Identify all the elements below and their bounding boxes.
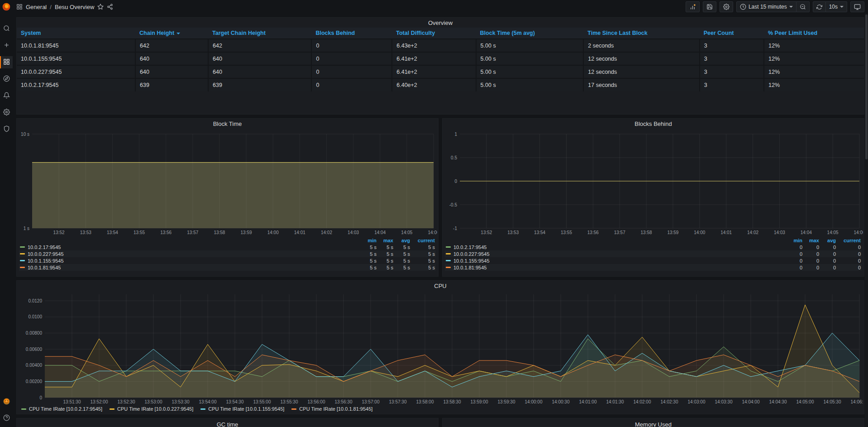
column-header-target_chain_height[interactable]: Target Chain Height bbox=[208, 28, 311, 39]
x-axis-tick-label: 13:59 bbox=[667, 230, 678, 235]
legend-series-name[interactable]: CPU Time IRate [10.0.2.17:9545] bbox=[21, 406, 102, 412]
legend-header-max[interactable]: max bbox=[802, 238, 819, 243]
y-axis-tick-label: -1 bbox=[453, 226, 457, 231]
column-header-blocks_behind[interactable]: Blocks Behind bbox=[311, 28, 392, 39]
legend-max-value: 0 bbox=[802, 245, 819, 250]
legend-series-name[interactable]: 10.0.2.17:9545 bbox=[20, 245, 360, 250]
add-panel-button[interactable] bbox=[686, 1, 700, 12]
legend-series-name[interactable]: 10.0.1.81:9545 bbox=[20, 265, 360, 270]
column-header-block_time[interactable]: Block Time (5m avg) bbox=[476, 28, 584, 39]
block-time-chart[interactable]: 1 s10 s13:5213:5313:5413:5513:5613:5713:… bbox=[19, 129, 437, 235]
time-range-button[interactable]: Last 15 minutes bbox=[736, 1, 796, 12]
legend-series-name[interactable]: 10.0.0.227:9545 bbox=[446, 251, 786, 257]
x-axis-tick-label: 14:06 bbox=[428, 230, 437, 235]
table-cell-peer_limit_used: 12% bbox=[764, 78, 864, 91]
sidebar-item-search[interactable] bbox=[0, 23, 13, 35]
table-cell-system: 10.0.1.155:9545 bbox=[17, 52, 135, 65]
dashboard-settings-button[interactable] bbox=[720, 1, 733, 12]
legend-series-label: 10.0.2.17:9545 bbox=[453, 245, 486, 250]
legend-swatch bbox=[446, 253, 451, 254]
legend-series-label: CPU Time IRate [10.0.1.155:9545] bbox=[208, 406, 284, 412]
x-axis-tick-label: 14:03 bbox=[348, 230, 359, 235]
panel-title-block-time[interactable]: Block Time bbox=[17, 120, 438, 127]
sidebar-item-dashboards[interactable] bbox=[0, 56, 13, 68]
legend-header-min[interactable]: min bbox=[360, 238, 377, 243]
plus-icon bbox=[3, 42, 10, 50]
panel-title-gc-time[interactable]: GC time bbox=[17, 421, 438, 427]
column-header-system[interactable]: System bbox=[17, 28, 135, 39]
table-cell-time_since_last_block: 12 seconds bbox=[583, 65, 699, 78]
legend-header-current[interactable]: current bbox=[836, 238, 861, 243]
table-cell-target_chain_height: 642 bbox=[208, 39, 311, 52]
legend-min-value: 0 bbox=[786, 251, 802, 257]
column-header-total_difficulty[interactable]: Total Difficulty bbox=[392, 28, 476, 39]
legend-avg-value: 5 s bbox=[393, 258, 410, 264]
legend-max-value: 5 s bbox=[377, 258, 393, 264]
legend-header-max[interactable]: max bbox=[377, 238, 393, 243]
sidebar-item-server-admin[interactable] bbox=[0, 123, 13, 135]
sort-caret-icon bbox=[176, 33, 180, 34]
scrollbar[interactable] bbox=[865, 14, 868, 427]
panel-title-cpu[interactable]: CPU bbox=[17, 283, 864, 289]
breadcrumb-folder[interactable]: General bbox=[26, 4, 47, 10]
x-axis-tick-label: 13:56 bbox=[587, 230, 599, 235]
legend-series-name[interactable]: 10.0.1.155:9545 bbox=[20, 258, 360, 264]
legend-series-label: CPU Time IRate [10.0.2.17:9545] bbox=[29, 406, 102, 412]
x-axis-tick-label: 13:58:00 bbox=[416, 399, 434, 404]
table-cell-block_time: 5.00 s bbox=[476, 78, 584, 91]
share-icon[interactable] bbox=[107, 4, 113, 10]
panel-title-blocks-behind[interactable]: Blocks Behind bbox=[443, 120, 864, 127]
table-cell-target_chain_height: 640 bbox=[208, 65, 311, 78]
legend-header-avg[interactable]: avg bbox=[393, 238, 410, 243]
y-axis-tick-label: 0 bbox=[39, 395, 42, 400]
y-axis-tick-label: 0.00800 bbox=[26, 331, 43, 336]
x-axis-tick-label: 14:02:00 bbox=[634, 399, 651, 404]
refresh-button[interactable] bbox=[813, 1, 826, 12]
legend-series-name[interactable]: 10.0.1.81:9545 bbox=[446, 265, 786, 270]
x-axis-tick-label: 14:05:00 bbox=[796, 399, 814, 404]
legend-series-name[interactable]: 10.0.1.155:9545 bbox=[446, 258, 786, 264]
breadcrumb-dashboard-title[interactable]: Besu Overview bbox=[55, 4, 94, 10]
x-axis-tick-label: 13:54 bbox=[107, 230, 118, 235]
blocks-behind-chart[interactable]: -1-0.500.5113:5213:5313:5413:5513:5613:5… bbox=[444, 129, 863, 235]
sidebar-item-configuration[interactable] bbox=[0, 106, 13, 119]
legend-max-value: 5 s bbox=[377, 251, 393, 257]
x-axis-tick-label: 14:03:00 bbox=[688, 399, 706, 404]
cpu-chart[interactable]: 00.002000.004000.006000.008000.01000.012… bbox=[19, 291, 863, 405]
legend-header-current[interactable]: current bbox=[410, 238, 435, 243]
column-header-time_since_last_block[interactable]: Time Since Last Block bbox=[583, 28, 699, 39]
x-axis-tick-label: 14:06 bbox=[854, 230, 863, 235]
legend-series-name[interactable]: CPU Time IRate [10.0.1.81:9545] bbox=[291, 406, 372, 412]
save-dashboard-button[interactable] bbox=[703, 1, 716, 12]
legend-current-value: 0 bbox=[836, 251, 861, 257]
legend-header-avg[interactable]: avg bbox=[819, 238, 836, 243]
legend-row: 10.0.1.81:95455 s5 s5 s5 s bbox=[19, 264, 436, 271]
sidebar-bottom bbox=[0, 391, 13, 424]
sidebar-item-explore[interactable] bbox=[0, 73, 13, 85]
user-avatar[interactable] bbox=[0, 395, 13, 408]
legend-series-name[interactable]: 10.0.2.17:9545 bbox=[446, 245, 786, 250]
legend-series-name[interactable]: CPU Time IRate [10.0.0.227:9545] bbox=[110, 406, 193, 412]
star-icon[interactable] bbox=[97, 4, 104, 10]
panel-title-memory-used[interactable]: Memory Used bbox=[443, 421, 864, 427]
chevron-down-icon bbox=[840, 6, 844, 8]
sidebar-item-alerting[interactable] bbox=[0, 90, 13, 102]
panel-title-overview[interactable]: Overview bbox=[17, 19, 864, 26]
legend-header-min[interactable]: min bbox=[786, 238, 802, 243]
sidebar-item-create[interactable] bbox=[0, 39, 13, 52]
y-axis-tick-label: 10 s bbox=[21, 132, 29, 137]
refresh-interval-button[interactable]: 10s bbox=[826, 1, 847, 12]
legend-series-name[interactable]: 10.0.0.227:9545 bbox=[20, 251, 360, 257]
column-header-chain_height[interactable]: Chain Height bbox=[135, 28, 208, 39]
x-axis-tick-label: 13:58:30 bbox=[444, 399, 461, 404]
column-header-peer_count[interactable]: Peer Count bbox=[700, 28, 764, 39]
legend-series-name[interactable]: CPU Time IRate [10.0.1.155:9545] bbox=[200, 406, 284, 412]
cycle-view-mode-button[interactable] bbox=[850, 1, 864, 12]
help-button[interactable] bbox=[0, 412, 13, 424]
column-header-peer_limit_used[interactable]: % Peer Limit Used bbox=[764, 28, 864, 39]
grafana-logo[interactable] bbox=[0, 0, 13, 14]
zoom-out-button[interactable] bbox=[796, 1, 810, 12]
legend-current-value: 5 s bbox=[410, 251, 435, 257]
scrollbar-thumb[interactable] bbox=[865, 14, 868, 159]
x-axis-tick-label: 13:59 bbox=[241, 230, 252, 235]
